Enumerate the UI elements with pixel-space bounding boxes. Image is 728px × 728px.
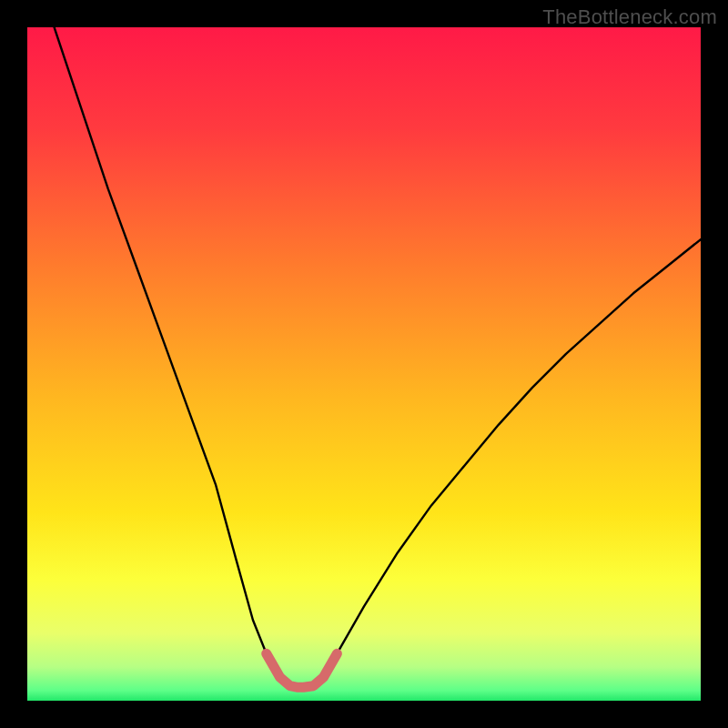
plot-area [27,27,701,701]
curve-layer [27,27,701,701]
watermark-text: TheBottleneck.com [542,5,717,29]
chart-frame: TheBottleneck.com [0,0,728,728]
bottleneck-curve [55,27,701,687]
valley-highlight [267,653,338,687]
